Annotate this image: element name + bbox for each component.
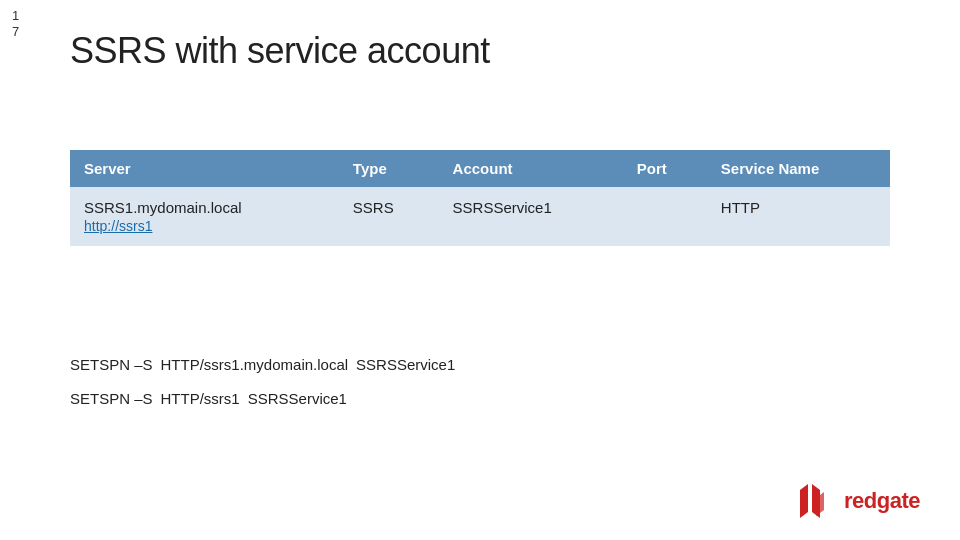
- col-header-account: Account: [439, 150, 623, 187]
- slide-number-line2: 7: [12, 24, 19, 39]
- col-header-server: Server: [70, 150, 339, 187]
- cmd2-cmd: SETSPN –S: [70, 384, 153, 414]
- cmd1-arg1: HTTP/ssrs1.mydomain.local: [161, 350, 349, 380]
- cell-server: SSRS1.mydomain.local http://ssrs1: [70, 187, 339, 246]
- data-table: Server Type Account Port Service Name SS…: [70, 150, 890, 246]
- col-header-type: Type: [339, 150, 439, 187]
- table-header-row: Server Type Account Port Service Name: [70, 150, 890, 187]
- slide-number-line1: 1: [12, 8, 19, 23]
- svg-marker-0: [800, 484, 808, 518]
- table-row: SSRS1.mydomain.local http://ssrs1 SSRS S…: [70, 187, 890, 246]
- cell-account: SSRSService1: [439, 187, 623, 246]
- cmd1-arg2: SSRSService1: [356, 350, 455, 380]
- cell-port: [623, 187, 707, 246]
- cmd2-arg1: HTTP/ssrs1: [161, 384, 240, 414]
- command-line-1: SETSPN –S HTTP/ssrs1.mydomain.local SSRS…: [70, 350, 455, 380]
- server-link[interactable]: http://ssrs1: [84, 218, 325, 234]
- redgate-text: redgate: [844, 488, 920, 514]
- slide-number: 1 7: [12, 8, 19, 39]
- redgate-icon: [798, 484, 836, 518]
- command-line-2: SETSPN –S HTTP/ssrs1 SSRSService1: [70, 384, 455, 414]
- server-name: SSRS1.mydomain.local: [84, 199, 242, 216]
- cell-type: SSRS: [339, 187, 439, 246]
- commands-section: SETSPN –S HTTP/ssrs1.mydomain.local SSRS…: [70, 350, 455, 418]
- cmd1-cmd: SETSPN –S: [70, 350, 153, 380]
- cell-service-name: HTTP: [707, 187, 890, 246]
- col-header-service-name: Service Name: [707, 150, 890, 187]
- cmd2-arg2: SSRSService1: [248, 384, 347, 414]
- redgate-logo: redgate: [798, 484, 920, 518]
- slide-title: SSRS with service account: [70, 30, 490, 72]
- col-header-port: Port: [623, 150, 707, 187]
